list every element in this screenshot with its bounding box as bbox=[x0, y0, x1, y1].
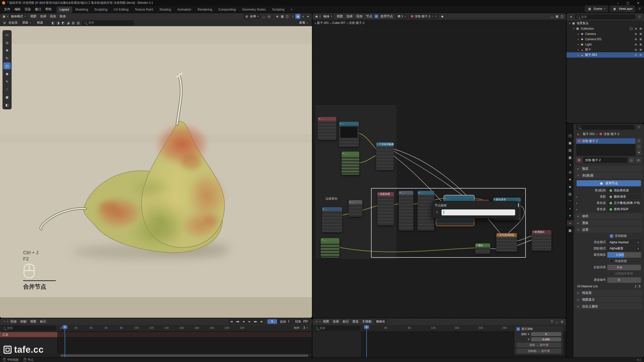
breadcrumb-item[interactable]: ▸ Cube.007 bbox=[330, 21, 345, 25]
shader-node[interactable]: ▾… bbox=[322, 207, 342, 232]
tool-transform[interactable]: ◉ bbox=[3, 70, 11, 77]
workspace-tab[interactable]: Shading bbox=[156, 7, 174, 13]
tool-option-icon[interactable]: ◩ bbox=[61, 20, 66, 25]
tool-select-box[interactable]: ▭ bbox=[3, 31, 11, 38]
expand-caret[interactable]: ▸ bbox=[577, 54, 580, 56]
tool-add-cube[interactable]: ▣ bbox=[3, 94, 11, 101]
outliner-row[interactable]: ▾ ▦ 场景集合 bbox=[567, 21, 644, 26]
shading-solid-icon[interactable]: ◍ bbox=[295, 14, 300, 19]
scene-selector[interactable]: ▦ Scene ✕ bbox=[585, 6, 608, 12]
material-datablock[interactable]: 没骨-梨子.2 ◇ ✕ bbox=[409, 14, 439, 19]
workspace-tab[interactable]: Compositing bbox=[215, 7, 239, 13]
tab-object-data[interactable]: ▼ bbox=[567, 213, 573, 219]
value-widget[interactable]: Alpha Hashed ▾ bbox=[607, 240, 641, 245]
slot-specials-button[interactable]: ▾ bbox=[636, 150, 641, 155]
playhead[interactable]: 5 bbox=[366, 325, 367, 357]
shader-node[interactable]: ▾色彩浓度 bbox=[377, 192, 394, 225]
tab-world[interactable]: ◍ bbox=[567, 169, 573, 175]
hierarchy-dropdown[interactable]: 层级▾ bbox=[20, 20, 33, 26]
xray-icon[interactable]: ◫ bbox=[285, 14, 290, 19]
unlink-icon[interactable]: ✕ bbox=[435, 15, 437, 18]
menu-item[interactable]: 选择 bbox=[331, 319, 341, 324]
close-button[interactable]: ✕ bbox=[637, 1, 639, 5]
jump-to-start-button[interactable]: |◀ bbox=[229, 319, 234, 324]
menu-item[interactable]: 窗口 bbox=[33, 7, 43, 12]
shading-material-icon[interactable]: ◑ bbox=[300, 14, 305, 19]
menu-item[interactable]: 节点 bbox=[364, 14, 374, 19]
shader-node[interactable]: ▾… bbox=[349, 200, 362, 217]
fake-user-icon[interactable]: ◇ bbox=[432, 15, 434, 18]
panel-volume[interactable]: ▸体积 bbox=[575, 213, 642, 219]
disable-render-icon[interactable]: ▣ bbox=[639, 43, 642, 46]
property-row[interactable]: 折射深度 0 m bbox=[574, 264, 644, 270]
timeline-channels[interactable]: 汇总 bbox=[0, 331, 312, 354]
gizmo-icon[interactable]: ◈ bbox=[275, 14, 280, 19]
minimize-button[interactable]: ─ bbox=[617, 1, 619, 5]
value-widget[interactable]: Alpha裁剪 ▾ bbox=[607, 246, 641, 251]
action-selector[interactable]: 动作 3▾ bbox=[294, 326, 310, 330]
menu-item[interactable]: 视图 bbox=[321, 319, 331, 324]
viewlayer-selector[interactable]: ▣ ViewLayer bbox=[610, 6, 635, 12]
workspace-tab[interactable]: UV Editing bbox=[111, 7, 132, 13]
workspace-tab[interactable]: Scripting bbox=[269, 7, 288, 13]
slot-dropdown[interactable]: 槽 1▾ bbox=[395, 14, 408, 19]
shader-node[interactable]: ▾… bbox=[339, 122, 359, 147]
disable-render-icon[interactable]: ▣ bbox=[639, 27, 642, 30]
shader-node[interactable]: ▾… bbox=[342, 152, 359, 175]
tab-material[interactable]: ● bbox=[567, 220, 573, 226]
menu-item[interactable]: 选择 bbox=[345, 14, 354, 19]
show-cursor-checkbox[interactable] bbox=[516, 327, 520, 331]
shader-type-dropdown[interactable]: 物体▾ bbox=[321, 14, 335, 19]
filter-icon[interactable]: ▽ bbox=[549, 319, 554, 324]
panel-displacement[interactable]: ▸置换 bbox=[575, 220, 642, 226]
overlays-icon[interactable]: ▦ bbox=[554, 14, 559, 19]
property-row[interactable]: ▸ 系数 颜色渐变 bbox=[574, 194, 644, 200]
unlink-material-button[interactable]: ✕ bbox=[635, 157, 641, 163]
workspace-tab[interactable]: Rendering bbox=[194, 7, 215, 13]
panel-line-art[interactable]: ▸线条画 bbox=[575, 290, 642, 296]
menu-item[interactable]: 物体 bbox=[58, 14, 68, 19]
snap-magnet-icon[interactable]: ◡ bbox=[261, 14, 266, 19]
outliner-row[interactable]: ▾ ▦ Collection ◉ ▣ bbox=[567, 26, 644, 31]
cursor-y-field[interactable]: 0.000 bbox=[531, 337, 561, 341]
panel-settings[interactable]: ▾设置 bbox=[575, 227, 642, 233]
fake-user-button[interactable]: ◇ bbox=[628, 157, 634, 163]
shader-node[interactable]: ▾… bbox=[444, 195, 474, 201]
editor-type-icon[interactable]: ≈ bbox=[314, 319, 319, 324]
outliner-row[interactable]: ▸ ▲ 梨子 ◉ ▣ bbox=[567, 47, 644, 52]
menu-item[interactable]: 插帧 bbox=[19, 319, 28, 324]
shading-rendered-icon[interactable]: ● bbox=[305, 14, 310, 19]
menu-item[interactable]: 帮助 bbox=[43, 7, 54, 12]
node-label-input[interactable] bbox=[441, 209, 515, 215]
property-row[interactable]: 阴影模式 Alpha裁剪 ▾ bbox=[574, 245, 644, 252]
value-widget[interactable]: 0 bbox=[607, 277, 641, 283]
outliner-row[interactable]: ▸ ◆ Camera ◉ ▣ bbox=[567, 31, 644, 36]
hide-eye-icon[interactable]: ◉ bbox=[635, 48, 637, 51]
overlays-icon[interactable]: ▦ bbox=[280, 14, 285, 19]
property-row[interactable]: 表(曲)面 混合着色器 bbox=[574, 187, 644, 194]
menu-item[interactable]: 添加 bbox=[354, 14, 364, 19]
expand-caret[interactable]: ▾ bbox=[568, 22, 572, 25]
checkbox[interactable] bbox=[610, 234, 613, 238]
tool-scale[interactable]: ◰ bbox=[3, 62, 11, 69]
tool-option-icon[interactable]: ◨ bbox=[56, 20, 61, 25]
viewport-canvas[interactable]: ▭◎✚↻◰◉✎∕▣◧ Ctrl + J F2 合并节点 bbox=[0, 26, 312, 318]
hide-eye-icon[interactable]: ◉ bbox=[635, 53, 637, 57]
proportional-edit-icon[interactable]: ◎ bbox=[266, 14, 271, 19]
tool-option-icon[interactable]: ◧ bbox=[51, 20, 56, 25]
breadcrumb-item[interactable]: ▸ 没骨-梨子.2 bbox=[347, 21, 365, 25]
menu-item[interactable]: 标记 bbox=[341, 319, 351, 324]
use-nodes-button[interactable]: ▣使用节点 bbox=[577, 180, 641, 186]
tool-cursor[interactable]: ◎ bbox=[3, 39, 11, 46]
panel-viewport-display[interactable]: ▸视图显示 bbox=[575, 297, 642, 303]
shader-node[interactable]: ▾工笔画笔触着色 bbox=[376, 142, 394, 170]
normalize-toggle[interactable]: 规格化 bbox=[374, 319, 387, 325]
tool-option-icon[interactable]: ▤ bbox=[71, 20, 76, 25]
tool-rotate[interactable]: ↻ bbox=[3, 55, 11, 62]
tab-constraints[interactable]: ◗ bbox=[567, 206, 573, 211]
tab-object[interactable]: ■ bbox=[567, 176, 573, 182]
tab-render[interactable]: ▣ bbox=[567, 140, 573, 146]
properties-search-input[interactable] bbox=[576, 125, 634, 130]
exclude-checkbox[interactable] bbox=[630, 27, 633, 30]
cursor-frame-to-selection-button[interactable]: 游标帧 → 选中项 bbox=[516, 349, 561, 353]
